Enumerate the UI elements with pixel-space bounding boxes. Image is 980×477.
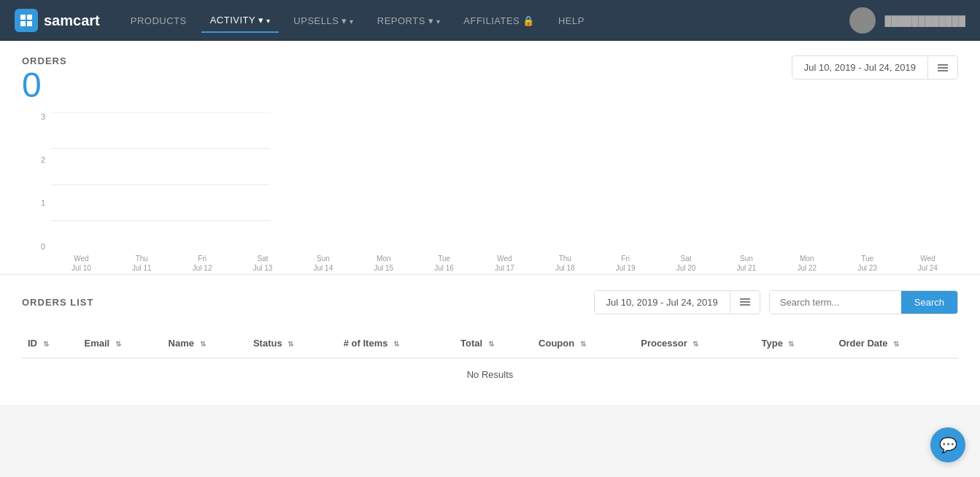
search-button[interactable]: Search — [901, 291, 957, 314]
sort-name: ⇅ — [200, 340, 206, 348]
nav-items: PRODUCTS ACTIVITY ▾ UPSELLS ▾ REPORTS ▾ … — [122, 9, 850, 33]
avatar[interactable] — [849, 7, 876, 34]
sort-type: ⇅ — [788, 340, 794, 348]
nav-right: ████████████ — [849, 7, 965, 34]
x-label-13: TueJul 23 — [837, 251, 898, 273]
x-label-9: FriJul 19 — [595, 251, 656, 273]
sort-status: ⇅ — [288, 340, 293, 348]
nav-user-text: ████████████ — [884, 15, 965, 26]
search-area: Search — [769, 290, 958, 314]
brand-icon — [15, 9, 38, 32]
x-label-10: SatJul 20 — [656, 251, 717, 273]
x-label-2: FriJul 12 — [172, 251, 233, 273]
navbar: samcart PRODUCTS ACTIVITY ▾ UPSELLS ▾ RE… — [0, 0, 980, 41]
orders-date-text[interactable]: Jul 10, 2019 - Jul 24, 2019 — [792, 56, 927, 79]
chart-svg — [51, 112, 270, 222]
orders-section: ORDERS 0 Jul 10, 2019 - Jul 24, 2019 3 2… — [0, 41, 980, 273]
brand-logo[interactable]: samcart — [15, 9, 100, 32]
sort-items: ⇅ — [393, 340, 399, 348]
x-label-4: SunJul 14 — [293, 251, 353, 273]
col-coupon[interactable]: Coupon ⇅ — [533, 329, 635, 358]
orders-table: ID ⇅ Email ⇅ Name ⇅ Status ⇅ # of Items … — [22, 329, 958, 390]
col-total[interactable]: Total ⇅ — [455, 329, 533, 358]
col-status[interactable]: Status ⇅ — [247, 329, 338, 358]
table-body: No Results — [22, 358, 958, 390]
y-label-3: 3 — [22, 112, 51, 121]
table-header: ID ⇅ Email ⇅ Name ⇅ Status ⇅ # of Items … — [22, 329, 958, 358]
x-label-12: MonJul 22 — [776, 251, 837, 273]
col-id[interactable]: ID ⇅ — [22, 329, 78, 358]
x-label-6: TueJul 16 — [414, 251, 474, 273]
orders-title: ORDERS — [22, 55, 67, 66]
list-controls: Jul 10, 2019 - Jul 24, 2019 Search — [594, 290, 958, 314]
x-label-14: WedJul 24 — [898, 251, 958, 273]
no-results-cell: No Results — [22, 358, 958, 390]
nav-activity[interactable]: ACTIVITY ▾ — [201, 9, 279, 33]
orders-header: ORDERS 0 Jul 10, 2019 - Jul 24, 2019 — [22, 55, 958, 105]
nav-products[interactable]: PRODUCTS — [122, 9, 196, 32]
nav-affiliates[interactable]: AFFILIATES 🔒 — [455, 9, 544, 32]
list-date-range[interactable]: Jul 10, 2019 - Jul 24, 2019 — [594, 290, 760, 314]
search-input[interactable] — [770, 291, 901, 314]
y-label-0: 0 — [22, 242, 51, 251]
col-type[interactable]: Type ⇅ — [755, 329, 833, 358]
no-results-row: No Results — [22, 358, 958, 390]
x-label-11: SunJul 21 — [716, 251, 776, 273]
col-processor[interactable]: Processor ⇅ — [635, 329, 755, 358]
orders-count: 0 — [22, 66, 67, 105]
list-date-icon-btn[interactable] — [730, 291, 760, 313]
nav-help[interactable]: HELP — [549, 9, 593, 32]
x-label-0: WedJul 10 — [51, 251, 112, 273]
svg-rect-3 — [27, 21, 32, 26]
orders-list-title: ORDERS LIST — [22, 297, 93, 308]
x-label-5: MonJul 15 — [353, 251, 414, 273]
y-label-1: 1 — [22, 198, 51, 207]
col-order-date[interactable]: Order Date ⇅ — [833, 329, 958, 358]
y-label-2: 2 — [22, 155, 51, 164]
orders-left: ORDERS 0 — [22, 55, 67, 105]
sort-email: ⇅ — [115, 340, 121, 348]
x-label-8: ThuJul 18 — [535, 251, 595, 273]
sort-total: ⇅ — [488, 340, 494, 348]
sort-processor: ⇅ — [692, 340, 698, 348]
col-items[interactable]: # of Items ⇅ — [338, 329, 455, 358]
sort-order-date: ⇅ — [893, 340, 899, 348]
svg-rect-0 — [20, 15, 26, 20]
orders-list-header: ORDERS LIST Jul 10, 2019 - Jul 24, 2019 … — [22, 290, 958, 314]
brand-name: samcart — [44, 12, 100, 29]
chart-area: 3 2 1 0 WedJul 10 ThuJul 11 FriJul 12 Sa… — [22, 112, 958, 273]
orders-list-section: ORDERS LIST Jul 10, 2019 - Jul 24, 2019 … — [0, 276, 980, 405]
x-label-7: WedJul 17 — [474, 251, 535, 273]
nav-reports[interactable]: REPORTS ▾ — [369, 9, 450, 32]
chart-y-labels: 3 2 1 0 — [22, 112, 51, 251]
svg-rect-1 — [27, 15, 32, 20]
col-name[interactable]: Name ⇅ — [163, 329, 247, 358]
chart-x-labels: WedJul 10 ThuJul 11 FriJul 12 SatJul 13 … — [51, 251, 958, 273]
sort-id: ⇅ — [43, 340, 49, 348]
nav-upsells[interactable]: UPSELLS ▾ — [285, 9, 362, 32]
orders-date-icon-btn[interactable] — [927, 57, 957, 79]
x-label-1: ThuJul 11 — [112, 251, 172, 273]
x-label-3: SatJul 13 — [233, 251, 293, 273]
svg-rect-2 — [20, 21, 26, 26]
list-date-text[interactable]: Jul 10, 2019 - Jul 24, 2019 — [595, 291, 730, 314]
sort-coupon: ⇅ — [580, 340, 586, 348]
col-email[interactable]: Email ⇅ — [78, 329, 162, 358]
orders-date-range[interactable]: Jul 10, 2019 - Jul 24, 2019 — [792, 55, 958, 80]
